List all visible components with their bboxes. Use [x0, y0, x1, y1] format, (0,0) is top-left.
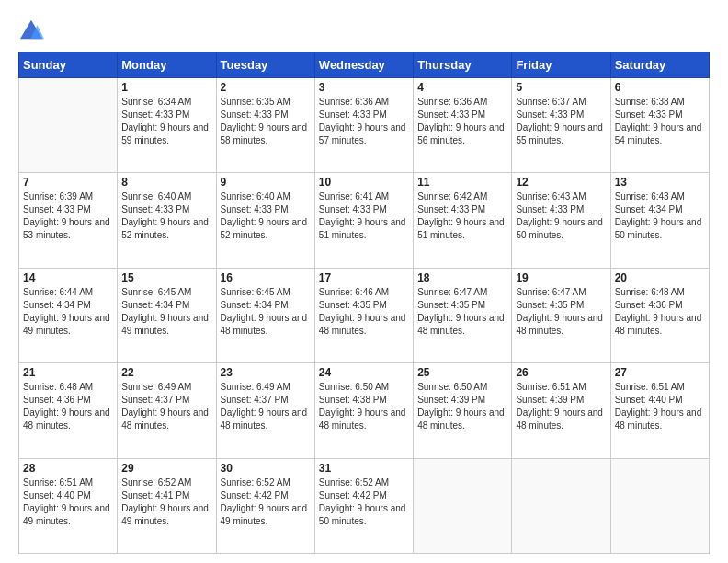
- calendar-cell: 19Sunrise: 6:47 AMSunset: 4:35 PMDayligh…: [512, 268, 610, 362]
- day-info: Sunrise: 6:34 AMSunset: 4:33 PMDaylight:…: [121, 96, 211, 147]
- day-info: Sunrise: 6:51 AMSunset: 4:39 PMDaylight:…: [516, 381, 606, 432]
- day-number: 20: [615, 271, 705, 284]
- calendar-cell: 29Sunrise: 6:52 AMSunset: 4:41 PMDayligh…: [118, 458, 216, 553]
- calendar-cell: 23Sunrise: 6:49 AMSunset: 4:37 PMDayligh…: [216, 363, 314, 458]
- day-info: Sunrise: 6:40 AMSunset: 4:33 PMDaylight:…: [221, 190, 311, 242]
- day-info: Sunrise: 6:49 AMSunset: 4:37 PMDaylight:…: [121, 381, 211, 432]
- day-info: Sunrise: 6:35 AMSunset: 4:33 PMDaylight:…: [221, 96, 311, 147]
- day-number: 10: [319, 176, 409, 189]
- calendar-cell: 15Sunrise: 6:45 AMSunset: 4:34 PMDayligh…: [118, 268, 216, 362]
- weekday-header-tuesday: Tuesday: [216, 52, 314, 78]
- calendar-cell: 10Sunrise: 6:41 AMSunset: 4:33 PMDayligh…: [314, 173, 413, 268]
- day-info: Sunrise: 6:45 AMSunset: 4:34 PMDaylight:…: [221, 286, 311, 338]
- day-info: Sunrise: 6:52 AMSunset: 4:42 PMDaylight:…: [221, 477, 311, 528]
- day-number: 21: [23, 366, 113, 379]
- calendar-cell: 27Sunrise: 6:51 AMSunset: 4:40 PMDayligh…: [610, 363, 709, 458]
- calendar-cell: [512, 458, 610, 553]
- calendar-table: SundayMondayTuesdayWednesdayThursdayFrid…: [18, 52, 710, 554]
- day-number: 15: [121, 271, 211, 284]
- calendar-cell: 28Sunrise: 6:51 AMSunset: 4:40 PMDayligh…: [19, 458, 118, 553]
- day-info: Sunrise: 6:52 AMSunset: 4:42 PMDaylight:…: [319, 477, 409, 528]
- header: [18, 17, 710, 42]
- calendar-cell: 8Sunrise: 6:40 AMSunset: 4:33 PMDaylight…: [118, 173, 216, 268]
- day-number: 18: [417, 271, 507, 284]
- weekday-header-monday: Monday: [118, 52, 216, 78]
- calendar-cell: 22Sunrise: 6:49 AMSunset: 4:37 PMDayligh…: [118, 363, 216, 458]
- day-number: 30: [221, 462, 311, 475]
- calendar-cell: 2Sunrise: 6:35 AMSunset: 4:33 PMDaylight…: [216, 78, 314, 173]
- calendar-cell: [414, 458, 512, 553]
- calendar-cell: 1Sunrise: 6:34 AMSunset: 4:33 PMDaylight…: [118, 78, 216, 173]
- day-info: Sunrise: 6:48 AMSunset: 4:36 PMDaylight:…: [615, 286, 705, 338]
- calendar-cell: [610, 458, 709, 553]
- day-info: Sunrise: 6:43 AMSunset: 4:33 PMDaylight:…: [516, 190, 606, 242]
- day-number: 7: [23, 176, 113, 189]
- day-info: Sunrise: 6:50 AMSunset: 4:38 PMDaylight:…: [319, 381, 409, 432]
- day-number: 9: [221, 176, 311, 189]
- day-info: Sunrise: 6:36 AMSunset: 4:33 PMDaylight:…: [417, 96, 507, 147]
- day-info: Sunrise: 6:42 AMSunset: 4:33 PMDaylight:…: [417, 190, 507, 242]
- day-info: Sunrise: 6:37 AMSunset: 4:33 PMDaylight:…: [516, 96, 606, 147]
- weekday-header-thursday: Thursday: [414, 52, 512, 78]
- week-row-1: 7Sunrise: 6:39 AMSunset: 4:33 PMDaylight…: [19, 173, 710, 268]
- day-number: 24: [319, 366, 409, 379]
- calendar-cell: 17Sunrise: 6:46 AMSunset: 4:35 PMDayligh…: [314, 268, 413, 362]
- week-row-0: 1Sunrise: 6:34 AMSunset: 4:33 PMDaylight…: [19, 78, 710, 173]
- calendar-cell: 26Sunrise: 6:51 AMSunset: 4:39 PMDayligh…: [512, 363, 610, 458]
- calendar-cell: 18Sunrise: 6:47 AMSunset: 4:35 PMDayligh…: [414, 268, 512, 362]
- day-info: Sunrise: 6:45 AMSunset: 4:34 PMDaylight:…: [121, 286, 211, 338]
- calendar-cell: 24Sunrise: 6:50 AMSunset: 4:38 PMDayligh…: [314, 363, 413, 458]
- calendar-cell: 4Sunrise: 6:36 AMSunset: 4:33 PMDaylight…: [414, 78, 512, 173]
- calendar-cell: 20Sunrise: 6:48 AMSunset: 4:36 PMDayligh…: [610, 268, 709, 362]
- day-info: Sunrise: 6:50 AMSunset: 4:39 PMDaylight:…: [417, 381, 507, 432]
- day-number: 28: [23, 462, 113, 475]
- day-number: 6: [615, 81, 705, 94]
- day-info: Sunrise: 6:52 AMSunset: 4:41 PMDaylight:…: [121, 477, 211, 528]
- day-number: 4: [417, 81, 507, 94]
- day-info: Sunrise: 6:47 AMSunset: 4:35 PMDaylight:…: [516, 286, 606, 338]
- day-info: Sunrise: 6:39 AMSunset: 4:33 PMDaylight:…: [23, 190, 113, 242]
- day-number: 1: [121, 81, 211, 94]
- logo-icon: [18, 17, 44, 42]
- weekday-header-friday: Friday: [512, 52, 610, 78]
- week-row-2: 14Sunrise: 6:44 AMSunset: 4:34 PMDayligh…: [19, 268, 710, 362]
- day-number: 17: [319, 271, 409, 284]
- day-info: Sunrise: 6:43 AMSunset: 4:34 PMDaylight:…: [615, 190, 705, 242]
- day-number: 2: [221, 81, 311, 94]
- day-info: Sunrise: 6:51 AMSunset: 4:40 PMDaylight:…: [23, 477, 113, 528]
- weekday-header-wednesday: Wednesday: [314, 52, 413, 78]
- calendar-cell: 30Sunrise: 6:52 AMSunset: 4:42 PMDayligh…: [216, 458, 314, 553]
- day-number: 29: [121, 462, 211, 475]
- calendar-cell: 14Sunrise: 6:44 AMSunset: 4:34 PMDayligh…: [19, 268, 118, 362]
- day-number: 27: [615, 366, 705, 379]
- calendar-cell: 7Sunrise: 6:39 AMSunset: 4:33 PMDaylight…: [19, 173, 118, 268]
- day-number: 23: [221, 366, 311, 379]
- day-info: Sunrise: 6:36 AMSunset: 4:33 PMDaylight:…: [319, 96, 409, 147]
- page: SundayMondayTuesdayWednesdayThursdayFrid…: [0, 0, 728, 563]
- calendar-cell: 3Sunrise: 6:36 AMSunset: 4:33 PMDaylight…: [314, 78, 413, 173]
- day-info: Sunrise: 6:38 AMSunset: 4:33 PMDaylight:…: [615, 96, 705, 147]
- weekday-header-sunday: Sunday: [19, 52, 118, 78]
- calendar-cell: 13Sunrise: 6:43 AMSunset: 4:34 PMDayligh…: [610, 173, 709, 268]
- day-info: Sunrise: 6:46 AMSunset: 4:35 PMDaylight:…: [319, 286, 409, 338]
- weekday-header-row: SundayMondayTuesdayWednesdayThursdayFrid…: [19, 52, 710, 78]
- calendar-cell: 6Sunrise: 6:38 AMSunset: 4:33 PMDaylight…: [610, 78, 709, 173]
- day-number: 19: [516, 271, 606, 284]
- logo: [18, 17, 48, 42]
- day-number: 11: [417, 176, 507, 189]
- day-info: Sunrise: 6:40 AMSunset: 4:33 PMDaylight:…: [121, 190, 211, 242]
- day-number: 26: [516, 366, 606, 379]
- day-info: Sunrise: 6:41 AMSunset: 4:33 PMDaylight:…: [319, 190, 409, 242]
- week-row-4: 28Sunrise: 6:51 AMSunset: 4:40 PMDayligh…: [19, 458, 710, 553]
- calendar-cell: 21Sunrise: 6:48 AMSunset: 4:36 PMDayligh…: [19, 363, 118, 458]
- day-number: 16: [221, 271, 311, 284]
- calendar-cell: 5Sunrise: 6:37 AMSunset: 4:33 PMDaylight…: [512, 78, 610, 173]
- calendar-cell: 11Sunrise: 6:42 AMSunset: 4:33 PMDayligh…: [414, 173, 512, 268]
- day-number: 3: [319, 81, 409, 94]
- day-info: Sunrise: 6:44 AMSunset: 4:34 PMDaylight:…: [23, 286, 113, 338]
- day-info: Sunrise: 6:48 AMSunset: 4:36 PMDaylight:…: [23, 381, 113, 432]
- calendar-cell: 25Sunrise: 6:50 AMSunset: 4:39 PMDayligh…: [414, 363, 512, 458]
- calendar-cell: 31Sunrise: 6:52 AMSunset: 4:42 PMDayligh…: [314, 458, 413, 553]
- calendar-cell: 16Sunrise: 6:45 AMSunset: 4:34 PMDayligh…: [216, 268, 314, 362]
- calendar-cell: 9Sunrise: 6:40 AMSunset: 4:33 PMDaylight…: [216, 173, 314, 268]
